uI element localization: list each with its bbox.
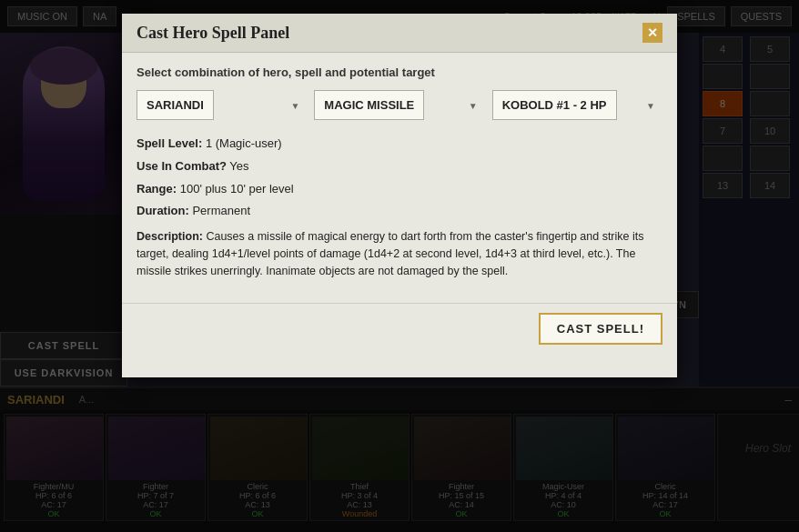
modal-close-button[interactable]: ✕	[642, 23, 662, 43]
duration-label: Duration:	[137, 204, 189, 217]
description-text: Causes a missile of magical energy to da…	[137, 230, 643, 277]
modal-header: Cast Hero Spell Panel ✕	[122, 14, 677, 53]
range-label: Range:	[137, 182, 177, 196]
spell-description: Description: Causes a missile of magical…	[137, 228, 662, 279]
dropdown-row: SARIANDI MAGIC MISSILE KOBOLD #1 - 2 HP	[137, 90, 662, 120]
target-select-wrapper: KOBOLD #1 - 2 HP	[492, 90, 662, 120]
duration-line: Duration: Permanent	[137, 202, 662, 221]
modal-subtitle: Select combination of hero, spell and po…	[137, 65, 662, 79]
spell-level-label: Spell Level:	[137, 136, 202, 150]
use-in-combat-label: Use In Combat?	[137, 159, 227, 173]
cast-spell-confirm-button[interactable]: CAST SPELL!	[539, 313, 662, 345]
range-line: Range: 100' plus 10' per level	[137, 180, 662, 199]
hero-select-wrapper: SARIANDI	[137, 90, 307, 120]
spell-info: Spell Level: 1 (Magic-user) Use In Comba…	[137, 135, 662, 279]
spell-select[interactable]: MAGIC MISSILE	[314, 90, 424, 120]
spell-level-value: 1 (Magic-user)	[206, 136, 282, 150]
description-label: Description:	[137, 230, 203, 243]
use-in-combat-line: Use In Combat? Yes	[137, 157, 662, 176]
spell-select-wrapper: MAGIC MISSILE	[314, 90, 484, 120]
target-select[interactable]: KOBOLD #1 - 2 HP	[492, 90, 617, 120]
duration-value: Permanent	[192, 204, 250, 217]
use-in-combat-value: Yes	[229, 159, 248, 173]
modal-footer: CAST SPELL!	[122, 303, 677, 354]
spell-level-line: Spell Level: 1 (Magic-user)	[137, 135, 662, 154]
hero-select[interactable]: SARIANDI	[137, 90, 214, 120]
range-value: 100' plus 10' per level	[180, 182, 294, 196]
spell-panel-modal: Cast Hero Spell Panel ✕ Select combinati…	[122, 14, 677, 377]
modal-title: Cast Hero Spell Panel	[137, 24, 289, 43]
modal-overlay: Cast Hero Spell Panel ✕ Select combinati…	[0, 0, 799, 532]
modal-body: Select combination of hero, spell and po…	[122, 53, 677, 296]
